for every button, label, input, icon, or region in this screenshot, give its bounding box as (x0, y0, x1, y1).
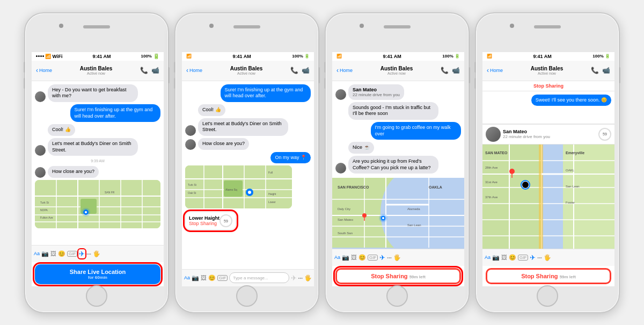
msg-row-5: How close are you? (35, 166, 160, 178)
input-bar-4: Aa 📷 🖼 😊 GIF ✈ ••• 🖐 (482, 249, 614, 266)
camera-btn-1[interactable]: 📷 (41, 250, 49, 257)
hands-btn-1[interactable]: 🖐 (93, 250, 100, 257)
video-icon-2[interactable]: 📹 (302, 67, 310, 74)
avatar-1 (35, 91, 46, 102)
more-btn-4[interactable]: ••• (537, 255, 541, 260)
gif-btn-1[interactable]: GIF (67, 251, 77, 257)
gif-btn-4[interactable]: GIF (518, 255, 528, 261)
map-svg-p3: SAN FRANCISCO OAKLA Daly City South San … (332, 178, 464, 249)
home-button-2[interactable] (236, 285, 258, 307)
msg-p3-3: I'm going to grab coffee on my walk over (371, 122, 461, 140)
msg-row-p2-4: How close are you? (185, 138, 311, 150)
photo-btn-2[interactable]: 🖼 (201, 275, 207, 281)
hands-btn-4[interactable]: 🖐 (544, 254, 551, 261)
aa-button-1[interactable]: Aa (34, 251, 40, 256)
phone-4: 📶 9:41 AM 100% 🔋 ‹ Home Austin Bales Act… (475, 12, 620, 313)
video-icon-4[interactable]: 📹 (602, 67, 610, 74)
svg-text:OAKLA: OAKLA (429, 185, 442, 189)
stop-sharing-top-p4[interactable]: Stop Sharing (486, 83, 611, 89)
signal-1 (36, 55, 44, 57)
vol-button-3b (324, 78, 326, 89)
hands-btn-3[interactable]: 🖐 (393, 254, 401, 261)
san-mateo-subtitle: 22 minute drive from you (503, 134, 596, 139)
camera-btn-3[interactable]: 📷 (342, 254, 349, 261)
home-button-3[interactable] (386, 285, 408, 307)
camera-3 (360, 24, 364, 28)
map-svg-1: Turk St NOPA SAN FR Fulton Ave (35, 180, 160, 228)
svg-text:28th Ave: 28th Ave (485, 166, 498, 169)
nav-title-4: Austin Bales Active now (531, 66, 564, 75)
phone-icon-1[interactable]: 📞 (140, 67, 148, 74)
emoji-btn-2[interactable]: 😊 (208, 275, 216, 281)
msg-p2-1: Sure! I'm finishing up at the gym and wi… (221, 84, 311, 102)
hands-btn-2[interactable]: 🖐 (304, 275, 312, 281)
gif-btn-3[interactable]: GIF (368, 255, 378, 261)
more-btn-3[interactable]: ••• (387, 255, 391, 260)
speaker-4 (534, 25, 561, 28)
photo-btn-1[interactable]: 🖼 (50, 250, 56, 257)
share-live-location-btn[interactable]: Share Live Location for 60min (35, 264, 160, 284)
back-button-2[interactable]: ‹ Home (186, 67, 202, 74)
svg-text:Alamo Sq: Alamo Sq (225, 188, 237, 191)
send-btn-4[interactable]: ✈ (530, 254, 536, 262)
camera-2 (209, 24, 214, 28)
msg-row-p3-5: Are you picking it up from Fred's Coffee… (335, 156, 461, 174)
emoji-btn-4[interactable]: 😊 (509, 254, 516, 261)
svg-text:San Lean: San Lean (407, 223, 421, 227)
send-location-btn-1[interactable]: ✈ (79, 250, 85, 258)
svg-text:Oak St: Oak St (188, 191, 196, 194)
back-button-4[interactable]: ‹ Home (487, 67, 503, 74)
aa-button-2[interactable]: Aa (184, 275, 190, 280)
svg-text:San Lean: San Lean (566, 185, 580, 188)
send-btn-2[interactable]: ✈ (291, 274, 297, 282)
aa-button-4[interactable]: Aa (485, 255, 491, 260)
video-icon-3[interactable]: 📹 (452, 67, 460, 74)
send-btn-3[interactable]: ✈ (379, 254, 385, 262)
side-button-3 (469, 67, 470, 83)
camera-btn-2[interactable]: 📷 (192, 275, 199, 281)
home-button-4[interactable] (537, 285, 558, 307)
emoji-btn-1[interactable]: 😊 (58, 250, 65, 257)
map-1: Turk St NOPA SAN FR Fulton Ave (35, 180, 160, 228)
map-svg-2: Alamo Sq Turk St Oak St Full Haight Lowe… (185, 165, 292, 208)
vol-button-2b (174, 78, 175, 89)
svg-text:South San: South San (338, 232, 353, 235)
time-2: 9:41 AM (233, 54, 251, 59)
phone-icon-3[interactable]: 📞 (441, 67, 449, 74)
camera-btn-4[interactable]: 📷 (492, 254, 500, 261)
svg-text:Turk St: Turk St (188, 183, 197, 186)
phone-icon-4[interactable]: 📞 (591, 67, 599, 74)
aa-button-3[interactable]: Aa (334, 255, 340, 260)
msg-p3-5: Are you picking it up from Fred's Coffee… (348, 156, 438, 174)
messages-area-1: Hey - Do you want to get breakfast with … (32, 81, 164, 245)
msg-row-1: Hey - Do you want to get breakfast with … (35, 84, 160, 102)
avatar-p3-5 (335, 163, 346, 174)
photo-btn-4[interactable]: 🖼 (501, 254, 507, 261)
camera-1 (59, 24, 63, 28)
svg-text:Emeryville: Emeryville (566, 151, 584, 155)
stop-sharing-btn-3[interactable]: Stop Sharing 59m left (335, 268, 461, 284)
nav-title-3: Austin Bales Active now (380, 66, 413, 75)
back-button-3[interactable]: ‹ Home (336, 67, 353, 74)
time-1: 9:41 AM (92, 54, 111, 59)
vol-button-4a (474, 62, 476, 73)
svg-point-29 (248, 191, 251, 194)
more-btn-2[interactable]: ••• (298, 276, 303, 280)
svg-text:OAKL: OAKL (566, 169, 575, 172)
message-input-2[interactable]: Type a message... (229, 272, 289, 283)
video-icon-1[interactable]: 📹 (151, 67, 159, 74)
photo-btn-3[interactable]: 🖼 (351, 254, 357, 261)
more-btn-1[interactable]: ••• (86, 251, 91, 256)
map-svg-p4: SAN MATEO Emeryville 28th Ave 31st Ave 3… (482, 145, 614, 249)
msg-p2-5: On my way 📍 (270, 152, 311, 164)
stop-sharing-p2[interactable]: Stop Sharing (189, 221, 219, 226)
home-button-1[interactable] (86, 285, 107, 307)
nav-bar-3: ‹ Home Austin Bales Active now 📞 📹 (332, 61, 464, 81)
speaker-2 (233, 25, 260, 28)
gif-btn-2[interactable]: GIF (217, 275, 228, 281)
phone-icon-2[interactable]: 📞 (290, 67, 298, 74)
emoji-btn-3[interactable]: 😊 (358, 254, 366, 261)
back-button-1[interactable]: ‹ Home (36, 67, 52, 74)
stop-sharing-btn-4[interactable]: Stop Sharing 59m left (486, 268, 611, 284)
status-bar-3: 📶 9:41 AM 100% 🔋 (332, 52, 464, 61)
